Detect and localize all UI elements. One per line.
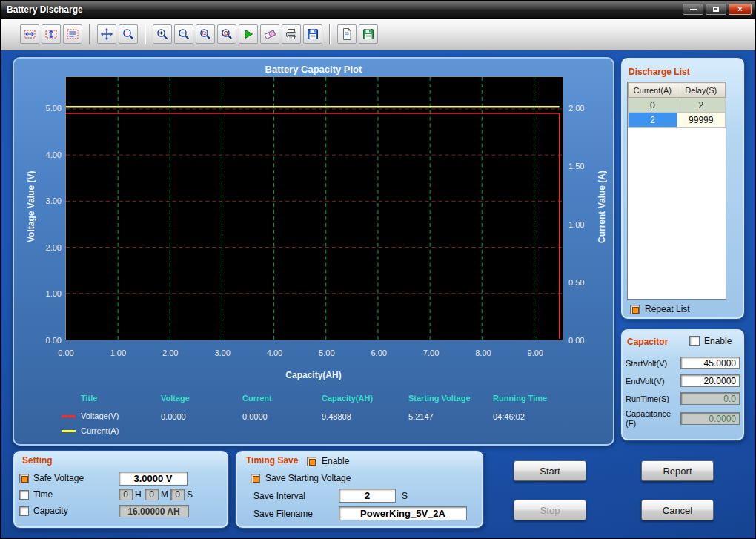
voltage-readout: 0.0000 — [161, 412, 186, 421]
tick-label: 6.00 — [363, 348, 394, 357]
safe-voltage-label: Safe Voltage — [33, 473, 84, 483]
running-time-readout: 04:46:02 — [493, 412, 525, 421]
timing-enable-checkbox[interactable] — [307, 457, 316, 466]
repeat-list-checkbox[interactable] — [630, 305, 640, 314]
end-volt-label: EndVolt(V) — [626, 377, 665, 386]
zoom-extents-icon — [122, 27, 135, 41]
cancel-button[interactable]: Cancel — [641, 500, 714, 520]
save-interval-unit-label: S — [402, 491, 408, 501]
right-axis-label: Current Value (A) — [597, 110, 607, 303]
legend-header-starting-voltage: Starting Voltage — [408, 394, 471, 403]
capacitor-panel: Capacitor Enable StartVolt(V) EndVolt(V)… — [620, 328, 745, 441]
legend-header-current: Current — [242, 394, 272, 403]
save-icon — [306, 27, 319, 41]
time-label: Time — [33, 489, 53, 500]
report-doc-button[interactable] — [337, 24, 357, 44]
tick-label: 1.00 — [568, 220, 600, 229]
pan-icon — [100, 27, 113, 41]
zoom-restore-button[interactable] — [217, 24, 236, 44]
capacitor-enable-checkbox[interactable] — [689, 336, 700, 346]
plot-canvas — [66, 77, 563, 340]
chart-title: Battery Capacity Plot — [14, 64, 613, 75]
x-scale-settings-button[interactable] — [20, 24, 39, 44]
save-filename-label: Save Filename — [253, 509, 313, 519]
safe-voltage-checkbox[interactable] — [19, 474, 29, 483]
tick-label: 2.00 — [568, 104, 600, 113]
report-button[interactable]: Report — [641, 460, 714, 481]
current-series-label: Current(A) — [81, 426, 119, 435]
run-button[interactable] — [239, 24, 258, 44]
tick-label: 2.00 — [155, 348, 186, 357]
maximize-button[interactable] — [706, 4, 726, 15]
report-doc-icon — [340, 27, 354, 41]
minimize-icon — [690, 9, 697, 10]
list-settings-icon — [66, 27, 79, 41]
minimize-button[interactable] — [683, 4, 703, 15]
titlebar: Battery Discharge × — [1, 1, 755, 19]
tick-label: 3.00 — [30, 196, 62, 205]
save-filename-input[interactable] — [339, 506, 467, 520]
erase-button[interactable] — [260, 24, 279, 44]
pan-button[interactable] — [97, 24, 116, 44]
list-settings-button[interactable] — [63, 24, 82, 44]
discharge-list-title: Discharge List — [629, 67, 690, 77]
tick-label: 1.00 — [102, 348, 133, 357]
discharge-cell[interactable]: 0 — [629, 98, 677, 113]
minutes-unit-label: M — [161, 489, 168, 500]
plot-area[interactable]: 0.001.002.003.004.005.000.000.501.001.50… — [65, 76, 563, 340]
save-button[interactable] — [303, 24, 322, 44]
discharge-cell[interactable]: 2 — [629, 113, 677, 128]
zoom-out-button[interactable] — [174, 24, 193, 44]
tick-label: 4.00 — [259, 348, 290, 357]
legend-header-title: Title — [81, 394, 97, 403]
zoom-window-button[interactable] — [196, 24, 215, 44]
discharge-cell[interactable]: 99999 — [677, 113, 726, 128]
capacitor-enable-label: Enable — [704, 336, 732, 346]
tick-label: 2.00 — [30, 243, 62, 252]
zoom-out-icon — [177, 27, 190, 41]
capacitance-label: Capacitance (F) — [626, 409, 676, 429]
discharge-row[interactable]: 0 2 — [629, 98, 726, 113]
save-data-button[interactable] — [359, 24, 378, 44]
tick-label: 0.50 — [568, 278, 600, 287]
capacitor-title: Capacitor — [627, 337, 668, 347]
x-axis-label: Capacity(AH) — [14, 370, 613, 380]
tick-label: 9.00 — [520, 348, 551, 357]
discharge-col-current[interactable]: Current(A) — [629, 83, 677, 98]
print-button[interactable] — [282, 24, 301, 44]
y-scale-settings-button[interactable] — [42, 24, 61, 44]
run-time-label: RunTime(S) — [626, 394, 669, 403]
app-window: Battery Discharge × — [0, 0, 756, 539]
zoom-in-button[interactable] — [153, 24, 172, 44]
zoom-in-icon — [156, 27, 169, 41]
capacity-readout: 9.48808 — [322, 412, 351, 421]
starting-voltage-readout: 5.2147 — [408, 412, 434, 421]
discharge-row-selected[interactable]: 2 99999 — [629, 113, 726, 128]
current-readout: 0.0000 — [242, 412, 268, 421]
end-volt-input[interactable] — [680, 374, 740, 387]
save-starting-voltage-checkbox[interactable] — [251, 474, 260, 483]
save-interval-input[interactable] — [339, 489, 396, 503]
discharge-cell[interactable]: 2 — [677, 98, 726, 113]
discharge-list-grid[interactable]: Current(A) Delay(S) 0 2 2 99999 — [627, 82, 726, 300]
legend-header-running-time: Running Time — [493, 394, 547, 403]
start-button[interactable]: Start — [514, 460, 586, 481]
zoom-extents-button[interactable] — [119, 24, 138, 44]
zoom-window-icon — [199, 27, 212, 41]
voltage-series-label: Voltage(V) — [81, 411, 119, 420]
capacity-checkbox[interactable] — [19, 506, 29, 516]
current-series-swatch — [62, 430, 76, 432]
discharge-col-delay[interactable]: Delay(S) — [677, 83, 726, 98]
hours-unit-label: H — [135, 489, 142, 500]
timing-enable-label: Enable — [322, 456, 349, 466]
tick-label: 4.00 — [30, 151, 62, 159]
start-volt-input[interactable] — [680, 357, 740, 369]
tick-label: 8.00 — [468, 348, 499, 357]
safe-voltage-input[interactable] — [119, 472, 188, 486]
seconds-unit-label: S — [187, 489, 193, 500]
save-interval-label: Save Interval — [253, 491, 305, 501]
close-button[interactable]: × — [729, 4, 752, 15]
time-checkbox[interactable] — [19, 490, 29, 500]
x-scale-icon — [23, 27, 36, 41]
voltage-series-swatch — [62, 415, 76, 417]
